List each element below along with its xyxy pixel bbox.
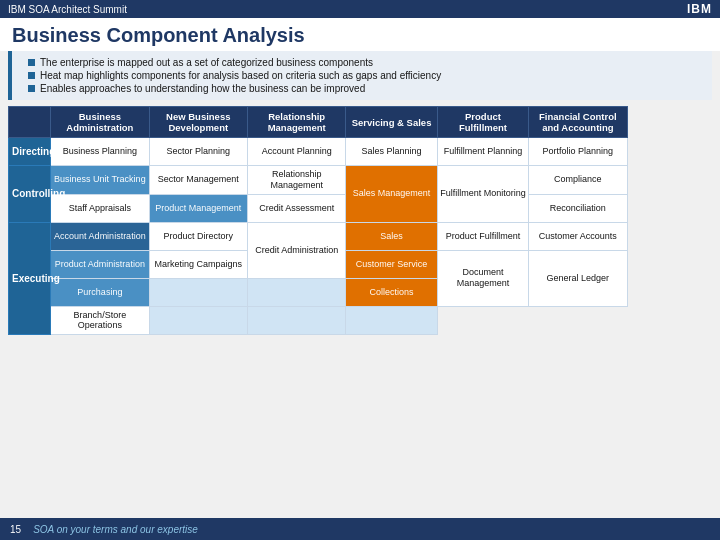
- row-header-controlling: Controlling: [9, 166, 51, 223]
- cell-controlling-relationship-mgmt: Relationship Management: [247, 166, 345, 195]
- row-executing-1: Executing Account Administration Product…: [9, 222, 712, 250]
- cell-controlling-compliance: Compliance: [529, 166, 627, 195]
- cell-controlling-reconciliation: Reconciliation: [529, 194, 627, 222]
- col-header-business-admin: Business Administration: [51, 107, 149, 138]
- header-title: IBM SOA Architect Summit: [8, 4, 127, 15]
- col-header-servicing: Servicing & Sales: [346, 107, 437, 138]
- col-header-relationship: Relationship Management: [247, 107, 345, 138]
- table-container: Business Administration New Business Dev…: [8, 106, 712, 335]
- row-header-directing: Directing: [9, 138, 51, 166]
- cell-controlling-staff-appraisals: Staff Appraisals: [51, 194, 149, 222]
- cell-executing-product-fulfillment: Product Fulfillment: [437, 222, 528, 250]
- ibm-logo: IBM: [687, 2, 712, 16]
- cell-executing-account-admin: Account Administration: [51, 222, 149, 250]
- cell-executing-empty4: [247, 306, 345, 335]
- row-controlling-1: Controlling Business Unit Tracking Secto…: [9, 166, 712, 195]
- row-directing: Directing Business Planning Sector Plann…: [9, 138, 712, 166]
- cell-executing-credit-admin: Credit Administration: [247, 222, 345, 278]
- cell-executing-empty5: [346, 306, 437, 335]
- bullet-3: Enables approaches to understanding how …: [28, 82, 696, 95]
- cell-directing-fulfillment-planning: Fulfillment Planning: [437, 138, 528, 166]
- col-header-product: Product Fulfillment: [437, 107, 528, 138]
- row-executing-2: Product Administration Marketing Campaig…: [9, 250, 712, 278]
- cell-executing-product-admin: Product Administration: [51, 250, 149, 278]
- row-executing-4: Branch/Store Operations: [9, 306, 712, 335]
- cell-controlling-credit-assessment: Credit Assessment: [247, 194, 345, 222]
- col-header-new-business: New Business Development: [149, 107, 247, 138]
- cell-directing-biz-planning: Business Planning: [51, 138, 149, 166]
- cell-executing-purchasing: Purchasing: [51, 278, 149, 306]
- cell-executing-sales: Sales: [346, 222, 437, 250]
- cell-executing-customer-service: Customer Service: [346, 250, 437, 278]
- bullet-icon-1: [28, 59, 35, 66]
- cell-executing-empty2: [247, 278, 345, 306]
- bullet-icon-3: [28, 85, 35, 92]
- header-bar: IBM SOA Architect Summit IBM: [0, 0, 720, 18]
- cell-controlling-sector-mgmt: Sector Management: [149, 166, 247, 195]
- page-title: Business Component Analysis: [12, 24, 708, 47]
- cell-executing-product-directory: Product Directory: [149, 222, 247, 250]
- bullets-area: The enterprise is mapped out as a set of…: [8, 51, 712, 100]
- cell-directing-portfolio-planning: Portfolio Planning: [529, 138, 627, 166]
- cell-executing-branch-store: Branch/Store Operations: [51, 306, 149, 335]
- bullet-1: The enterprise is mapped out as a set of…: [28, 56, 696, 69]
- page-title-area: Business Component Analysis: [0, 18, 720, 51]
- footer: 15 SOA on your terms and our expertise: [0, 518, 720, 540]
- bullet-2: Heat map highlights components for analy…: [28, 69, 696, 82]
- footer-page-number: 15: [10, 524, 21, 535]
- cell-executing-collections: Collections: [346, 278, 437, 306]
- row-header-executing: Executing: [9, 222, 51, 335]
- col-header-financial: Financial Control and Accounting: [529, 107, 627, 138]
- cell-executing-document-mgmt: Document Management: [437, 250, 528, 306]
- cell-controlling-biz-unit-tracking: Business Unit Tracking: [51, 166, 149, 195]
- footer-tagline: SOA on your terms and our expertise: [33, 524, 198, 535]
- cell-controlling-sales-mgmt: Sales Management: [346, 166, 437, 223]
- cell-executing-empty3: [149, 306, 247, 335]
- corner-cell: [9, 107, 51, 138]
- cell-executing-marketing: Marketing Campaigns: [149, 250, 247, 278]
- cell-directing-sector-planning: Sector Planning: [149, 138, 247, 166]
- bullet-icon-2: [28, 72, 35, 79]
- business-component-table: Business Administration New Business Dev…: [8, 106, 712, 335]
- cell-directing-sales-planning: Sales Planning: [346, 138, 437, 166]
- cell-executing-customer-accounts: Customer Accounts: [529, 222, 627, 250]
- cell-executing-empty: [149, 278, 247, 306]
- cell-controlling-product-mgmt: Product Management: [149, 194, 247, 222]
- cell-directing-account-planning: Account Planning: [247, 138, 345, 166]
- cell-executing-general-ledger: General Ledger: [529, 250, 627, 306]
- cell-controlling-fulfillment-monitoring: Fulfillment Monitoring: [437, 166, 528, 223]
